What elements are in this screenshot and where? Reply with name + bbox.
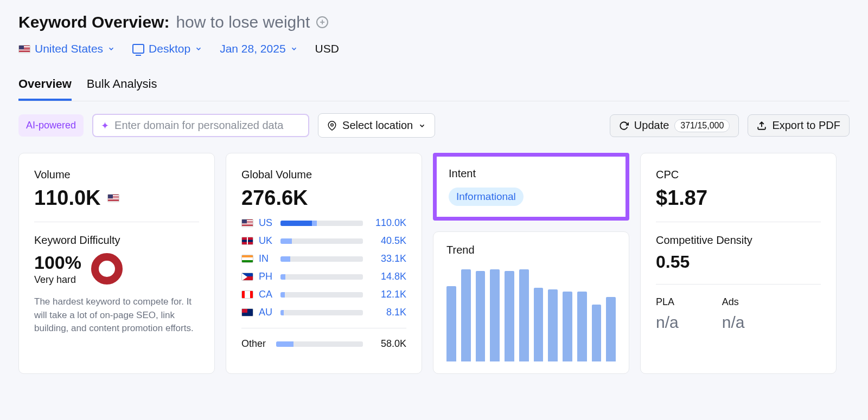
gv-other-label: Other xyxy=(241,338,271,350)
gv-bar xyxy=(280,274,363,280)
gv-row[interactable]: IN33.1K xyxy=(241,253,406,264)
country-filter[interactable]: United States xyxy=(18,42,115,55)
tabs: Overview Bulk Analysis xyxy=(18,74,850,101)
trend-bar xyxy=(505,271,514,361)
gv-value: 14.8K xyxy=(368,271,406,282)
upload-icon xyxy=(757,121,767,131)
add-keyword-icon[interactable]: + xyxy=(316,16,328,28)
gv-row[interactable]: PH14.8K xyxy=(241,271,406,282)
kd-level: Very hard xyxy=(34,274,81,286)
cd-value: 0.55 xyxy=(656,252,821,272)
flag-in-icon xyxy=(241,255,253,263)
intent-card: Intent Informational xyxy=(433,153,629,221)
date-filter-label: Jan 28, 2025 xyxy=(220,42,285,55)
update-button-label: Update xyxy=(634,119,669,132)
date-filter[interactable]: Jan 28, 2025 xyxy=(220,42,297,55)
volume-card: Volume 110.0K Keyword Difficulty 100% Ve… xyxy=(18,153,215,374)
flag-au-icon xyxy=(241,308,253,316)
trend-bar xyxy=(592,305,602,361)
chevron-down-icon xyxy=(290,45,298,53)
page-title-label: Keyword Overview: xyxy=(18,13,169,31)
tab-bulk-analysis[interactable]: Bulk Analysis xyxy=(87,74,157,101)
location-select[interactable]: Select location xyxy=(318,113,435,138)
gv-row[interactable]: AU8.1K xyxy=(241,307,406,318)
chevron-down-icon xyxy=(195,45,202,53)
kd-ring-icon xyxy=(91,253,123,285)
device-filter[interactable]: Desktop xyxy=(132,42,202,55)
cpc-value: $1.87 xyxy=(656,186,821,210)
ads-label: Ads xyxy=(722,296,745,308)
page-title-keyword: how to lose weight xyxy=(176,13,310,31)
trend-bar xyxy=(548,289,558,361)
device-filter-label: Desktop xyxy=(149,42,190,55)
cd-label: Competitive Density xyxy=(656,234,821,247)
kd-description: The hardest keyword to compete for. It w… xyxy=(34,295,199,335)
gv-other-value: 58.0K xyxy=(368,338,406,350)
gv-country: US xyxy=(259,217,275,229)
gv-row[interactable]: CA12.1K xyxy=(241,289,406,300)
desktop-icon xyxy=(132,44,144,54)
intent-pill[interactable]: Informational xyxy=(449,188,524,206)
gv-value: 110.0K xyxy=(368,217,406,229)
kd-label: Keyword Difficulty xyxy=(34,234,199,247)
domain-input[interactable] xyxy=(114,119,301,132)
export-pdf-button[interactable]: Export to PDF xyxy=(748,114,850,137)
gv-country: CA xyxy=(259,289,275,300)
gv-value: 40.5K xyxy=(368,235,406,247)
kd-value: 100% xyxy=(34,252,81,273)
trend-bar xyxy=(606,297,616,361)
gv-bar xyxy=(276,341,363,347)
chevron-down-icon xyxy=(107,45,115,53)
gv-row-other[interactable]: Other58.0K xyxy=(241,338,406,350)
ads-value: n/a xyxy=(722,313,745,332)
pla-label: PLA xyxy=(656,296,679,308)
trend-bar xyxy=(519,269,529,361)
gv-value: 8.1K xyxy=(368,307,406,318)
ai-powered-label: AI-powered xyxy=(26,120,76,131)
trend-bar xyxy=(577,292,587,361)
map-pin-icon xyxy=(327,121,337,131)
flag-ca-icon xyxy=(241,290,253,299)
flag-ph-icon xyxy=(241,273,253,281)
gv-country: UK xyxy=(259,235,275,247)
pla-value: n/a xyxy=(656,313,679,332)
gv-value: 33.1K xyxy=(368,253,406,264)
sparkle-icon: ✦ xyxy=(101,120,109,132)
cpc-card: CPC $1.87 Competitive Density 0.55 PLA n… xyxy=(640,153,837,374)
gv-country: AU xyxy=(259,307,275,318)
domain-input-wrap[interactable]: ✦ xyxy=(92,114,309,137)
trend-bar xyxy=(461,269,471,361)
svg-point-0 xyxy=(331,124,334,126)
export-pdf-label: Export to PDF xyxy=(772,119,840,132)
currency-label: USD xyxy=(315,42,339,55)
global-volume-label: Global Volume xyxy=(241,169,406,181)
update-button[interactable]: Update 371/15,000 xyxy=(610,114,739,137)
cpc-label: CPC xyxy=(656,169,821,181)
trend-bar xyxy=(446,286,456,361)
country-filter-label: United States xyxy=(35,42,103,55)
trend-label: Trend xyxy=(446,244,616,256)
global-volume-value: 276.6K xyxy=(241,186,406,210)
gv-row[interactable]: UK40.5K xyxy=(241,235,406,247)
tab-overview[interactable]: Overview xyxy=(18,74,72,101)
gv-bar xyxy=(280,238,363,244)
trend-bar xyxy=(563,292,572,361)
gv-value: 12.1K xyxy=(368,289,406,300)
flag-us-icon xyxy=(241,219,253,227)
volume-label: Volume xyxy=(34,169,199,181)
gv-row[interactable]: US110.0K xyxy=(241,217,406,229)
gv-bar xyxy=(280,256,363,262)
trend-bar xyxy=(476,271,486,361)
location-select-label: Select location xyxy=(342,119,413,132)
ai-powered-badge: AI-powered xyxy=(18,114,84,137)
flag-us-icon xyxy=(18,45,30,53)
flag-uk-icon xyxy=(241,237,253,245)
flag-us-icon xyxy=(107,194,119,202)
volume-value: 110.0K xyxy=(34,186,101,210)
trend-bar xyxy=(534,288,544,361)
gv-bar xyxy=(280,221,363,226)
trend-chart xyxy=(446,269,616,361)
intent-label: Intent xyxy=(449,167,614,180)
global-volume-card: Global Volume 276.6K US110.0KUK40.5KIN33… xyxy=(226,153,422,374)
gv-bar xyxy=(280,310,363,315)
